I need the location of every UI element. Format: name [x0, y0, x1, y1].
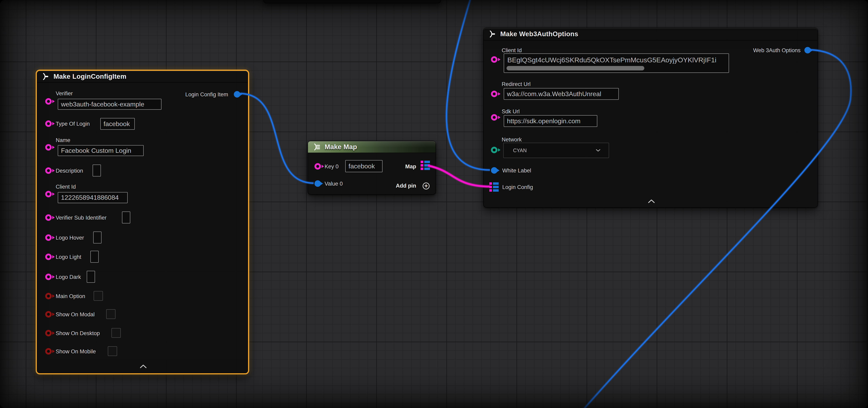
- chevron-down-icon: [596, 149, 600, 152]
- offscreen-node-top[interactable]: [264, 0, 441, 3]
- pin-in-verifier[interactable]: [45, 98, 52, 105]
- pin-out-login-config-item[interactable]: [234, 91, 240, 98]
- pin-in-verifier-sub-identifier[interactable]: [45, 214, 52, 221]
- node-title: Make LoginConfigItem: [54, 73, 126, 80]
- pin-label-login-config: Login Config: [502, 184, 533, 191]
- pin-label-show-on-mobile: Show On Mobile: [56, 348, 96, 355]
- pin-in-client-id[interactable]: [45, 191, 52, 197]
- pin-in-logo-dark[interactable]: [45, 274, 52, 280]
- blueprint-graph-canvas[interactable]: Make LoginConfigItem Login Config Item V…: [0, 0, 868, 408]
- pin-label-show-on-modal: Show On Modal: [56, 311, 95, 318]
- pin-label-map-output: Map: [405, 163, 416, 170]
- node-make-map[interactable]: Make Map Key 0 facebook Map Value 0 Add …: [308, 141, 436, 195]
- node-title: Make Map: [324, 143, 357, 151]
- node-header[interactable]: Make LoginConfigItem: [37, 71, 248, 82]
- collapse-node-chevron[interactable]: [140, 364, 147, 369]
- node-header[interactable]: Make Map: [308, 141, 436, 153]
- name-input[interactable]: Facebook Custom Login: [58, 145, 144, 156]
- pin-out-web3auth-options[interactable]: [804, 47, 811, 54]
- pin-in-client-id[interactable]: [491, 56, 497, 63]
- pin-label-white-label: White Label: [502, 167, 531, 174]
- pin-label-client-id: Client Id: [56, 183, 76, 190]
- client-id-input[interactable]: BEglQSgt4cUWcj6SKRdu5QkOXTsePmMcusG5EAoy…: [504, 54, 729, 73]
- type-of-login-input[interactable]: facebook: [100, 118, 135, 130]
- verifier-input[interactable]: web3auth-facebook-example: [58, 99, 161, 110]
- description-input[interactable]: [93, 165, 101, 176]
- pin-in-description[interactable]: [45, 167, 52, 174]
- pin-label-verifier-sub-identifier: Verifier Sub Identifier: [56, 214, 106, 221]
- pin-label-web3auth-options: Web 3Auth Options: [753, 47, 801, 54]
- pin-in-login-config[interactable]: [489, 182, 499, 192]
- pin-in-name[interactable]: [45, 144, 52, 150]
- make-struct-icon: [42, 72, 50, 80]
- redirect-url-input[interactable]: w3a://com.w3a.Web3AuthUnreal: [504, 88, 619, 100]
- pin-label-client-id: Client Id: [502, 47, 522, 54]
- pin-label-logo-light: Logo Light: [56, 254, 81, 260]
- pin-label-login-config-item: Login Config Item: [185, 91, 228, 98]
- node-title: Make Web3AuthOptions: [500, 30, 578, 38]
- client-id-input[interactable]: 1222658941886084: [58, 192, 128, 203]
- node-make-loginconfigitem[interactable]: Make LoginConfigItem Login Config Item V…: [36, 70, 249, 374]
- pin-label-sdk-url: Sdk Url: [502, 108, 520, 115]
- node-make-web3authoptions[interactable]: Make Web3AuthOptions Web 3Auth Options C…: [483, 28, 818, 208]
- network-dropdown[interactable]: CYAN: [503, 143, 609, 158]
- client-id-hscrollbar[interactable]: [506, 66, 644, 70]
- sdk-url-input[interactable]: https://sdk.openlogin.com: [504, 115, 597, 127]
- pin-label-network: Network: [502, 136, 522, 143]
- make-struct-icon: [489, 30, 497, 38]
- pin-label-value0: Value 0: [324, 180, 343, 187]
- logo-dark-input[interactable]: [87, 271, 95, 283]
- pin-in-show-on-mobile[interactable]: [45, 348, 52, 354]
- add-pin-button[interactable]: +: [423, 182, 430, 190]
- pin-in-redirect-url[interactable]: [491, 91, 497, 97]
- show-on-modal-checkbox[interactable]: [106, 309, 116, 319]
- main-option-checkbox[interactable]: [94, 291, 103, 301]
- make-map-icon: [313, 143, 321, 151]
- logo-hover-input[interactable]: [93, 232, 101, 243]
- pin-label-type-of-login: Type Of Login: [56, 121, 90, 127]
- pin-label-description: Description: [56, 168, 83, 174]
- pin-in-type-of-login[interactable]: [45, 121, 52, 127]
- network-selected-value: CYAN: [513, 147, 527, 154]
- show-on-desktop-checkbox[interactable]: [112, 328, 121, 338]
- pin-in-logo-light[interactable]: [45, 253, 52, 260]
- client-id-value: BEglQSgt4cUWcj6SKRdu5QkOXTsePmMcusG5EAoy…: [507, 56, 726, 64]
- wire-loginconfigitem-to-value0[interactable]: [240, 94, 314, 183]
- pin-label-show-on-desktop: Show On Desktop: [56, 330, 100, 337]
- pin-label-logo-dark: Logo Dark: [56, 274, 81, 280]
- pin-in-white-label[interactable]: [491, 167, 497, 174]
- add-pin-label[interactable]: Add pin: [396, 182, 416, 189]
- pin-in-show-on-modal[interactable]: [45, 311, 52, 317]
- pin-in-sdk-url[interactable]: [491, 114, 497, 121]
- pin-label-redirect-url: Redirect Url: [502, 81, 531, 88]
- pin-label-logo-hover: Logo Hover: [56, 235, 84, 241]
- pin-label-verifier: Verifier: [56, 90, 73, 97]
- key0-input[interactable]: facebook: [345, 160, 382, 172]
- pin-label-name: Name: [56, 137, 70, 143]
- pin-in-show-on-desktop[interactable]: [45, 330, 52, 336]
- logo-light-input[interactable]: [90, 251, 99, 263]
- pin-in-key0[interactable]: [314, 163, 321, 170]
- verifier-sub-identifier-input[interactable]: [122, 211, 130, 224]
- pin-label-main-option: Main Option: [56, 293, 85, 300]
- pin-in-main-option[interactable]: [45, 293, 52, 299]
- collapse-node-chevron[interactable]: [648, 199, 655, 204]
- pin-in-network[interactable]: [491, 147, 497, 153]
- pin-in-logo-hover[interactable]: [45, 234, 52, 241]
- node-header[interactable]: Make Web3AuthOptions: [484, 28, 817, 40]
- show-on-mobile-checkbox[interactable]: [108, 346, 117, 356]
- pin-label-key0: Key 0: [324, 163, 339, 170]
- pin-in-value0[interactable]: [314, 180, 321, 187]
